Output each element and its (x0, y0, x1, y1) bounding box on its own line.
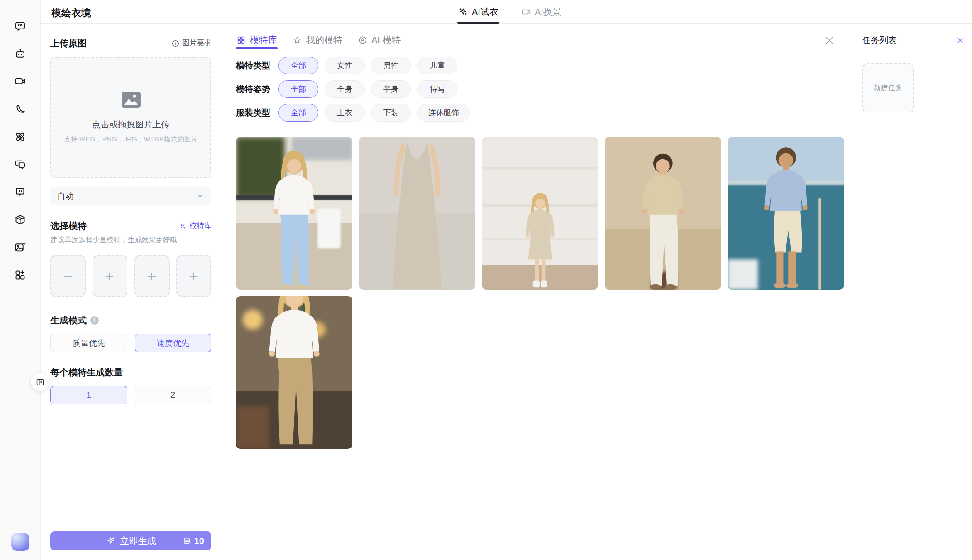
grid-icon (236, 35, 246, 45)
sparkle-icon (458, 7, 468, 17)
model-library-panel: 模特库我的模特AI 模特 模特类型全部女性男性儿童模特姿势全部全身半身特写服装类… (221, 24, 855, 560)
generate-button[interactable]: 立即生成 10 (50, 531, 211, 550)
filter-label: 模特姿势 (236, 83, 271, 95)
generation-mode-title: 生成模式 (50, 314, 87, 326)
model-photo[interactable] (236, 296, 352, 449)
model-figure (605, 149, 721, 290)
chevron-down-icon (196, 192, 205, 200)
left-settings-panel: 上传原图 图片要求 点击或拖拽图片上传 支持JPEG， (41, 24, 221, 560)
top-tab-label: AI试衣 (472, 6, 498, 18)
panel-collapse-icon (35, 377, 45, 387)
generate-button-label: 立即生成 (120, 535, 156, 547)
filter-chip-上衣[interactable]: 上衣 (325, 104, 365, 122)
model-slot-add[interactable] (93, 255, 128, 297)
close-library-icon[interactable] (824, 34, 835, 46)
star-icon (293, 35, 302, 45)
filter-chip-全部[interactable]: 全部 (278, 104, 318, 122)
filter-chip-全部[interactable]: 全部 (278, 57, 318, 74)
top-tab-ai-scene[interactable]: AI换景 (520, 0, 562, 24)
video-camera-icon[interactable] (14, 75, 26, 88)
mode-option-速度优先[interactable]: 速度优先 (135, 334, 212, 352)
filter-row: 服装类型全部上衣下装连体服饰 (236, 104, 855, 122)
image-plus-icon[interactable] (14, 241, 26, 253)
icon-rail-items (0, 20, 40, 281)
plus-icon (104, 270, 116, 282)
dropzone-title: 点击或拖拽图片上传 (92, 119, 170, 131)
filter-chip-女性[interactable]: 女性 (325, 57, 365, 74)
ai-badge-icon (358, 35, 367, 45)
model-slot-add[interactable] (134, 255, 170, 297)
app-icon-rail (0, 0, 41, 560)
model-photo-grid (236, 137, 845, 449)
coins-icon (182, 536, 191, 546)
filter-chip-下装[interactable]: 下装 (371, 104, 411, 122)
content-area: 上传原图 图片要求 点击或拖拽图片上传 支持JPEG， (41, 24, 972, 560)
cube-3d-icon[interactable] (14, 214, 26, 226)
app-window: 模绘衣境 AI试衣AI换景 上传原图 图片要求 (41, 0, 972, 560)
filter-chip-全部[interactable]: 全部 (278, 80, 318, 98)
task-list-title: 任务列表 (862, 34, 897, 46)
model-photo[interactable] (482, 137, 598, 290)
user-avatar[interactable] (11, 533, 29, 551)
model-library-link-label: 模特库 (190, 221, 211, 231)
plus-icon (146, 270, 158, 282)
model-photo[interactable] (728, 137, 844, 290)
library-tab-label: AI 模特 (371, 34, 401, 46)
robot-icon[interactable] (14, 48, 26, 60)
atom-icon[interactable] (14, 131, 26, 143)
filter-chip-男性[interactable]: 男性 (371, 57, 411, 74)
mode-option-质量优先[interactable]: 质量优先 (50, 334, 127, 352)
model-photo[interactable] (236, 137, 352, 290)
generation-mode-options: 质量优先速度优先 (50, 334, 211, 352)
top-bar: 模绘衣境 AI试衣AI换景 (41, 0, 972, 24)
chat-square-icon[interactable] (14, 186, 26, 198)
upload-section-title: 上传原图 (50, 37, 87, 49)
model-photo[interactable] (359, 137, 475, 290)
library-tabs: 模特库我的模特AI 模特 (236, 31, 855, 49)
library-tab-1[interactable]: 我的模特 (292, 31, 343, 49)
model-figure (236, 296, 352, 449)
collapse-panel-button[interactable] (31, 373, 49, 391)
model-slot-add[interactable] (176, 255, 212, 297)
quantity-option-2[interactable]: 2 (135, 386, 212, 404)
model-slot-add[interactable] (50, 255, 86, 297)
app-title: 模绘衣境 (51, 6, 91, 20)
filter-chip-特写[interactable]: 特写 (417, 80, 457, 98)
filter-chip-全身[interactable]: 全身 (325, 80, 365, 98)
chat-duo-icon[interactable] (14, 158, 26, 170)
plus-icon (188, 270, 200, 282)
filter-chip-半身[interactable]: 半身 (371, 80, 411, 98)
new-task-button[interactable]: 新建任务 (862, 63, 914, 112)
model-library-link[interactable]: 模特库 (179, 221, 211, 231)
top-tab-ai-tryon[interactable]: AI试衣 (457, 0, 499, 24)
filter-chip-连体服饰[interactable]: 连体服饰 (417, 104, 470, 122)
dropzone-hint: 支持JPEG，PNG，JPG，WEBP格式的图片 (64, 135, 198, 144)
image-placeholder-icon (121, 91, 142, 109)
banana-icon[interactable] (14, 103, 26, 115)
top-tab-label: AI换景 (535, 6, 562, 18)
image-requirements-link[interactable]: 图片要求 (171, 39, 211, 48)
info-circle-icon (171, 39, 180, 48)
generate-cost: 10 (182, 531, 204, 550)
generate-cost-value: 10 (194, 536, 204, 546)
model-figure (359, 137, 475, 290)
alert-info-icon[interactable]: ! (90, 316, 99, 325)
quantity-option-1[interactable]: 1 (50, 386, 127, 404)
library-tab-0[interactable]: 模特库 (236, 31, 278, 49)
library-tab-2[interactable]: AI 模特 (357, 31, 401, 49)
model-select-hint: 建议单次选择少量模特，生成效果更好哦 (50, 235, 211, 245)
filter-chip-儿童[interactable]: 儿童 (417, 57, 457, 74)
model-figure (236, 149, 352, 290)
model-figure (728, 143, 844, 290)
quote-chat-icon[interactable] (14, 20, 26, 32)
clothing-type-select[interactable]: 自动 (50, 187, 211, 205)
quantity-title: 每个模特生成数量 (50, 366, 211, 379)
upload-dropzone[interactable]: 点击或拖拽图片上传 支持JPEG，PNG，JPG，WEBP格式的图片 (50, 57, 211, 178)
filter-row: 模特类型全部女性男性儿童 (236, 57, 855, 74)
task-list-panel: 任务列表 新建任务 (855, 24, 972, 560)
filter-label: 模特类型 (236, 60, 271, 72)
top-tabs: AI试衣AI换景 (457, 0, 562, 24)
grid-plus-icon[interactable] (14, 269, 26, 281)
model-photo[interactable] (605, 137, 721, 290)
close-task-panel-icon[interactable] (956, 36, 965, 45)
